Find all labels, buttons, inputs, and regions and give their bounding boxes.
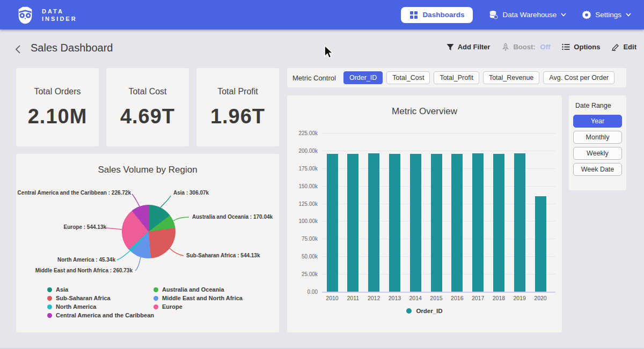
date-range-monthly-button[interactable]: Monthly [573,131,622,144]
dashboard-grid-icon [409,11,418,19]
bar-chart-title: Metric Overview [287,106,562,117]
pie-legend-item-middle-east-and-north-africa[interactable]: Middle East and North Africa [153,295,243,301]
bar-chart-plot-area [322,133,555,292]
kpi-card-total-orders: Total Orders2.10M [16,68,99,146]
edit-button[interactable]: Edit [612,43,636,51]
date-range-weekly-button[interactable]: Weekly [573,147,622,160]
app-root: DATA INSIDER Dashboards [0,0,644,349]
legend-dot-icon [47,313,52,318]
pie-label-asia: Asia : 306.07k [173,190,209,196]
dashboards-button[interactable]: Dashboards [401,7,473,23]
brand[interactable]: DATA INSIDER [15,5,77,25]
metric-overview-chart-card: Metric Overview 225.00k200.00k175.00k150… [287,95,562,332]
metric-chip-total-revenue[interactable]: Total_Revenue [483,71,539,84]
y-tick-label: 100.00k [287,218,318,224]
bar-chart-legend[interactable]: Order_ID [287,308,562,314]
options-button[interactable]: Options [562,43,600,51]
y-tick-label: 150.00k [287,183,318,189]
metric-chips: Order_IDTotal_CostTotal_ProfitTotal_Reve… [343,71,614,84]
boost-value: Off [540,43,551,51]
pie-legend-label: Central America and the Caribbean [56,312,154,318]
leader-line-australia-and-oceania [173,217,189,221]
pie-legend-item-europe[interactable]: Europe [153,303,182,310]
legend-dot-icon [153,296,158,301]
pie-legend-item-asia[interactable]: Asia [47,286,68,293]
bar-2013[interactable] [389,154,400,292]
date-range-buttons: YearMonthlyWeeklyWeek Date [573,115,622,176]
pie-label-australia-and-oceania: Australia and Oceania : 170.04k [192,214,273,220]
pie-legend-label: Asia [56,286,68,293]
bar-2011[interactable] [347,154,358,292]
pie-label-north-america: North America : 45.34k [57,257,115,263]
bar-2017[interactable] [472,153,484,292]
bar-2018[interactable] [493,154,504,292]
legend-dot-icon [47,305,52,309]
pie-legend-label: Sub-Saharan Africa [56,295,111,301]
pie-legend-item-central-america-and-the-caribbean[interactable]: Central America and the Caribbean [47,312,154,318]
filter-icon [447,43,454,51]
pie-chart[interactable] [122,205,175,258]
leader-line-asia [160,196,171,207]
date-range-week-date-button[interactable]: Week Date [573,163,622,176]
pie-legend-item-australia-and-oceania[interactable]: Australia and Oceania [153,286,224,293]
y-tick-label: 200.00k [287,148,318,154]
bar-2010[interactable] [327,154,338,292]
add-filter-button[interactable]: Add Filter [447,43,491,51]
pie-legend-label: North America [56,303,96,310]
bar-2012[interactable] [368,153,379,292]
metric-chip-order-id[interactable]: Order_ID [343,71,383,84]
bar-2014[interactable] [410,154,421,292]
y-tick-label: 25.00k [287,271,318,277]
y-tick-label: 225.00k [287,130,318,136]
kpi-label: Total Cost [128,87,166,96]
chevron-down-icon [561,13,566,17]
top-navbar: DATA INSIDER Dashboards [0,0,644,29]
bar-2015[interactable] [431,154,442,292]
rocket-icon [502,43,509,51]
leader-line-central-america [132,194,140,206]
kpi-value: 2.10M [28,105,87,128]
legend-dot-icon [406,308,412,314]
y-tick-label: 125.00k [287,201,318,207]
bar-2019[interactable] [514,153,525,292]
y-tick-label: 75.00k [287,236,318,242]
list-icon [562,43,570,50]
kpi-card-total-profit: Total Profit1.96T [196,68,279,146]
pie-legend-item-sub-saharan-africa[interactable]: Sub-Saharan Africa [47,295,111,301]
page-title: Sales Dashboard [31,42,113,54]
page-header: Sales Dashboard Add Filter Boost: Off [0,29,644,62]
settings-label: Settings [595,11,621,19]
kpi-card-total-cost: Total Cost4.69T [106,68,189,146]
brand-line2: INSIDER [42,15,77,23]
bar-legend-label: Order_ID [416,308,442,314]
options-label: Options [574,43,600,51]
date-range-label: Date Range [575,102,622,109]
pie-legend-item-north-america[interactable]: North America [47,303,96,310]
metric-chip-total-cost[interactable]: Total_Cost [386,71,430,84]
date-range-year-button[interactable]: Year [573,115,622,128]
data-warehouse-label: Data Warehouse [502,11,557,19]
settings-menu[interactable]: Settings [582,11,631,19]
pie-legend-label: Middle East and North Africa [162,295,243,301]
sales-volume-pie-card: Sales Volume by Region Asia : 306.07k Au… [16,154,279,332]
mouse-cursor [323,45,334,59]
bar-2016[interactable] [451,154,463,292]
add-filter-label: Add Filter [458,43,491,51]
pie-chart-title: Sales Volume by Region [16,165,279,175]
navbar-menu: Dashboards Data Warehouse [401,7,631,23]
gear-icon [582,11,591,19]
boost-toggle[interactable]: Boost: Off [502,43,550,51]
metric-chip-avg-cost-per-order[interactable]: Avg. Cost per Order [543,71,614,84]
kpi-value: 4.69T [120,105,175,128]
bar-chart-x-axis-line [322,292,555,293]
bar-2020[interactable] [535,196,546,292]
pie-label-europe: Europe : 544.13k [64,224,106,230]
leader-line-europe [106,228,122,229]
back-button[interactable] [14,44,25,55]
date-range-card: Date Range YearMonthlyWeeklyWeek Date [569,95,626,190]
x-tick-label-2020: 2020 [527,295,554,301]
legend-dot-icon [153,305,158,309]
metric-chip-total-profit[interactable]: Total_Profit [434,71,479,84]
pie-legend-label: Australia and Oceania [162,286,224,293]
data-warehouse-menu[interactable]: Data Warehouse [489,10,566,19]
